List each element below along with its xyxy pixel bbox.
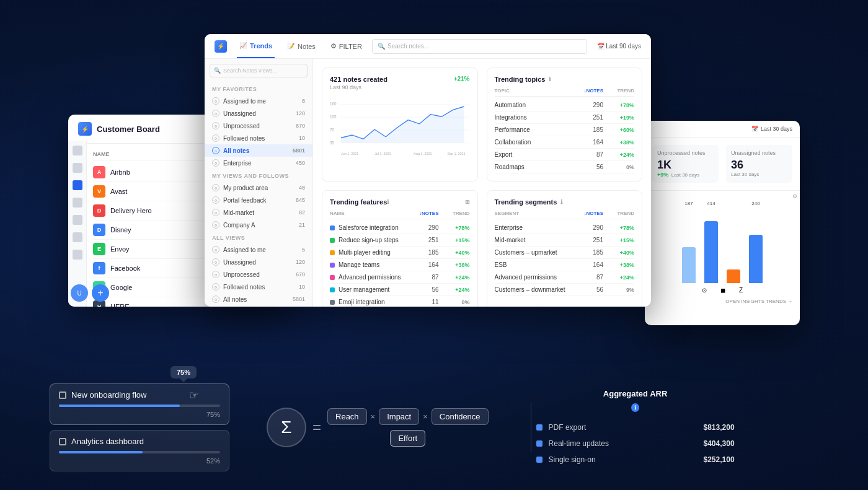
nav-item-my-product[interactable]: ○ My product area 48 (205, 182, 312, 194)
enterprise-icon: ○ (212, 159, 219, 167)
nav-search-placeholder: Search Notes views... (223, 68, 277, 74)
nav-item-label: Enterprise (223, 160, 252, 167)
add-button[interactable]: + (92, 284, 109, 302)
svg-text:Sep 1, 2021: Sep 1, 2021 (447, 152, 465, 155)
arr-title: Aggregated ARR (536, 389, 735, 398)
segment-name: Advanced permissions (495, 274, 579, 281)
bar-group-1 (682, 247, 696, 283)
formula-tag-confidence[interactable]: Confidence (432, 408, 489, 425)
company-icon-disney: D (93, 224, 105, 236)
nav-item-unassigned[interactable]: ○ Unassigned 120 (205, 107, 312, 120)
nav-item-unprocessed[interactable]: ○ Unprocessed 670 (205, 120, 312, 132)
table-row: Performance 185 +60% (495, 124, 635, 136)
tab-notes[interactable]: 📝 Notes (285, 34, 318, 58)
nav-item-enterprise[interactable]: ○ Enterprise 450 (205, 157, 312, 169)
nav-search[interactable]: 🔍 Search Notes views... (210, 64, 308, 77)
chart-title: 421 notes created (330, 76, 388, 83)
chart-badge: +21% (454, 76, 470, 82)
open-insights-label[interactable]: OPEN INSIGHTS TRENDS (725, 299, 786, 304)
grid-icon[interactable]: ⊞ (465, 199, 470, 205)
progress-card-onboarding[interactable]: New onboarding flow 75% (50, 383, 229, 425)
formula-tag-reach[interactable]: Reach (327, 408, 367, 425)
segment-notes: 164 (578, 261, 603, 268)
notes-col-header: ↓NOTES (414, 211, 439, 216)
arr-title-area: Aggregated ARR ℹ (536, 389, 735, 417)
nav-item-label: Unprocessed (223, 123, 260, 129)
nav-item-portal[interactable]: ○ Portal feedback 645 (205, 194, 312, 206)
all-unassigned-icon: ○ (212, 258, 219, 266)
segment-notes: 251 (578, 237, 603, 243)
unprocessed-label: Unprocessed notes (657, 150, 714, 156)
topic-trend: +78% (603, 102, 634, 108)
main-panel-body: 🔍 Search Notes views... MY FAVORITES ○ A… (205, 59, 651, 307)
formula-tag-impact[interactable]: Impact (379, 408, 419, 425)
formula-operator-2: × (423, 412, 428, 421)
arr-section-wrapper: Aggregated ARR ℹ PDF export $813,200 Rea… (526, 389, 735, 466)
tab-trends[interactable]: 📈 Trends (237, 34, 275, 58)
trend-col-header: TREND (603, 211, 634, 216)
trend-col-header: TREND (439, 211, 470, 216)
nav-item-label: Assigned to me (223, 247, 266, 253)
nav-item-mid-market[interactable]: ○ Mid-market 82 (205, 206, 312, 219)
nav-item-all-followed[interactable]: ○ Followed notes 10 (205, 281, 312, 293)
feature-color-dot (330, 238, 335, 243)
nav-item-all-assigned[interactable]: ○ Assigned to me 5 (205, 243, 312, 256)
nav-item-label: Company A (223, 222, 255, 229)
nav-item-followed[interactable]: ○ Followed notes 10 (205, 132, 312, 144)
trending-topics-title: Trending topics ℹ (495, 76, 635, 83)
cb-sidebar-icon (73, 146, 82, 155)
bar-item (704, 221, 718, 283)
nav-count: 120 (296, 110, 305, 116)
cb-sidebar-icon-active[interactable] (73, 180, 82, 190)
cb-logo (78, 122, 92, 136)
arr-value-sso: $252,100 (691, 455, 735, 464)
feature-color-dot (330, 250, 335, 255)
nav-item-all-notes2[interactable]: ○ All notes 5801 (205, 293, 312, 305)
feature-name: Emoji integration (339, 299, 414, 305)
formula-tag-effort[interactable]: Effort (390, 430, 425, 447)
search-notes-input[interactable]: 🔍 Search notes... (372, 39, 587, 54)
nav-count: 670 (296, 271, 305, 278)
nav-item-all-unprocessed[interactable]: ○ Unprocessed 670 (205, 268, 312, 281)
progress-checkbox[interactable] (59, 392, 66, 399)
segment-trend: +78% (603, 225, 634, 231)
nav-item-all-unassigned[interactable]: ○ Unassigned 120 (205, 256, 312, 268)
feature-color-dot (330, 225, 335, 230)
formula-tags: Reach × Impact × Confidence Effort (327, 408, 489, 447)
progress-bar-fill (59, 405, 180, 407)
cursor-icon: ☞ (189, 388, 199, 402)
rp-bar-chart: ⚙ 187 414 240 (645, 191, 800, 308)
feature-color-dot (330, 263, 335, 268)
nav-count: 48 (299, 185, 305, 191)
nav-item-all-notes[interactable]: ○ All notes 5801 (205, 144, 312, 157)
arr-dot-pdf (536, 424, 542, 431)
formula-equals: = (312, 419, 321, 436)
search-icon: 🔍 (378, 43, 385, 50)
info-icon: ℹ (549, 76, 551, 82)
settings-icon[interactable]: ⚙ (792, 193, 797, 199)
nav-item-enterprise2[interactable]: ○ Enterpise 850 (205, 305, 312, 307)
chart-subtitle: Last 90 days (330, 84, 388, 90)
nav-count: 82 (299, 209, 305, 216)
all-notes2-icon: ○ (212, 295, 219, 303)
progress-card-analytics[interactable]: Analytics dashboard 52% (50, 430, 229, 471)
feature-name: Multi-player editing (339, 249, 414, 256)
progress-checkbox[interactable] (59, 438, 66, 445)
nav-item-assigned[interactable]: ○ Assigned to me 8 (205, 95, 312, 107)
nav-item-company-a[interactable]: ○ Company A 21 (205, 219, 312, 231)
bar-item (727, 269, 740, 283)
progress-items-container: 75% ☞ New onboarding flow 75% Analytics … (50, 383, 229, 471)
filter-button[interactable]: ⚙ FILTER (330, 42, 362, 50)
open-insights-link[interactable]: OPEN INSIGHTS TRENDS → (652, 299, 792, 304)
progress-pct-analytics: 52% (59, 457, 220, 465)
segment-trend: 9% (603, 287, 634, 293)
notes-chart-section: 421 notes created Last 90 days +21% 160 … (322, 68, 478, 182)
nav-count: 8 (302, 98, 305, 104)
main-panel-topbar: ⚡ 📈 Trends 📝 Notes ⚙ FILTER 🔍 Search not… (205, 34, 651, 59)
bar-label-3 (727, 201, 740, 206)
nav-item-label: All notes (223, 147, 249, 154)
mp-logo: ⚡ (215, 40, 227, 53)
topic-notes: 290 (578, 102, 603, 108)
trending-topics-label: Trending topics (495, 76, 546, 83)
feature-name: Salesforce integration (339, 224, 414, 231)
